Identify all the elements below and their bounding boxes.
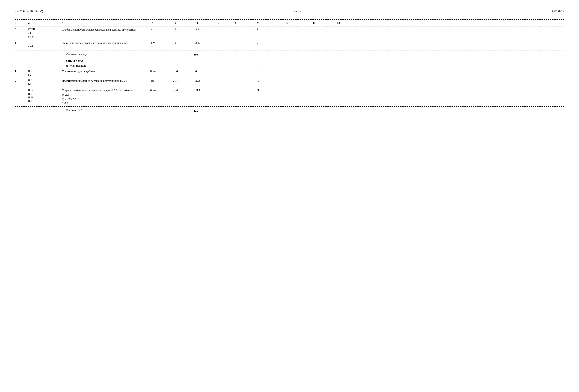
col-header-11: 11 [302,21,326,25]
row-num: 7 [15,28,28,31]
row-price: 9I,4 [186,88,210,92]
col-header-12: 12 [326,21,351,25]
row-desc: Уплотнение грунта щебнем [62,69,141,73]
table-row: I II-2 I-2 Уплотнение грунта щебнем I00м… [15,68,564,78]
row-total: 79 [244,79,272,82]
itogo-a-label: Итого по "а" [66,109,131,113]
price-note: Цена: I23-I5,8х2= = 9I,4 [62,97,141,104]
col-header-1: 1 [15,21,28,25]
row-desc-wrapper: Устройство бетонного покрытия толщиной 2… [62,88,141,104]
row-total: I5 [244,69,272,73]
itogo-a-value: I25 [182,109,210,113]
row-num: 2 [15,79,28,82]
table-row: 3 II-67 II-I II-68 II-2 Устройство бетон… [15,87,564,105]
row-desc: Скобяные приборы для дверей входных в зд… [62,28,141,32]
itogo-a-row: Итого по "а" I25 [15,107,564,114]
table-row: 2 II-II I-II Подстилающий слой из бетона… [15,78,564,87]
col-header-6: 6 [186,21,210,25]
table-row: 7 ССРЦ ч.I п.447 Скобяные приборы для дв… [15,26,564,40]
col-header-8: 8 [227,21,244,25]
row-desc: То же, для дверей входных в помещение, о… [62,41,141,45]
row-qty: 0,34 [165,69,186,73]
row-total: 9 [244,28,272,31]
itogo-razdel-row: Итого по разделу I06 [15,51,564,58]
separator-line [15,50,564,50]
row-num: 8 [15,41,28,44]
row-code: II-II I-II [28,79,62,86]
row-price: 43,3 [186,69,210,73]
row-qty: 2,7I [165,79,186,82]
col-header-3: 3 [62,21,141,25]
row-price: 2,97 [186,41,210,44]
row-qty: I [165,41,186,44]
section-heading: УШ. П о л ы [15,58,564,63]
row-unit: I00м2 [141,69,165,73]
row-unit: м3 [141,79,165,82]
row-unit: к-т [141,28,165,31]
itogo-razdel-label: Итого по разделу [66,53,131,56]
separator-line-2 [15,106,564,107]
subsection-heading: а) полы подвала [15,63,564,68]
row-price: 8,94 [186,28,210,31]
col-header-4: 4 [141,21,165,25]
table-row: 8 -"- п.448 То же, для дверей входных в … [15,40,564,49]
col-header-2: 2 [28,21,62,25]
row-qty: I [165,28,186,31]
row-code: -"- п.448 [28,41,62,48]
col-header-5: 5 [165,21,186,25]
subsection-heading-text: а) полы подвала [66,64,86,67]
row-unit: I00м2 [141,88,165,92]
page-header: т.п 214-1-270.83 (IV) - 21 - 19200-05 [15,7,564,15]
row-price: 29,3 [186,79,210,82]
header-left: т.п 214-1-270.83 (IV) [15,9,43,13]
header-center: - 21 - [294,9,301,13]
row-code: II-2 I-2 [28,69,62,76]
row-num: 3 [15,88,28,92]
row-total: 3I [244,88,272,92]
col-header-7: 7 [210,21,227,25]
row-code: ССРЦ ч.I п.447 [28,28,62,39]
row-code: II-67 II-I II-68 II-2 [28,88,62,103]
row-desc: Устройство бетонного покрытия толщиной 2… [62,88,141,97]
column-headers: 1 2 3 4 5 6 7 8 9 10 11 12 [15,19,564,26]
row-unit: к-т [141,41,165,44]
row-total: 3 [244,41,272,44]
col-header-10: 10 [272,21,302,25]
row-qty: 0,34 [165,88,186,92]
row-num: I [15,69,28,73]
itogo-razdel-value: I06 [182,53,210,56]
section-heading-text: УШ. П о л ы [66,59,83,63]
header-right: 19200-05 [552,9,564,13]
col-header-9: 9 [244,21,272,25]
row-desc: Подстилающий слой из бетона М-I00 толщин… [62,79,141,83]
